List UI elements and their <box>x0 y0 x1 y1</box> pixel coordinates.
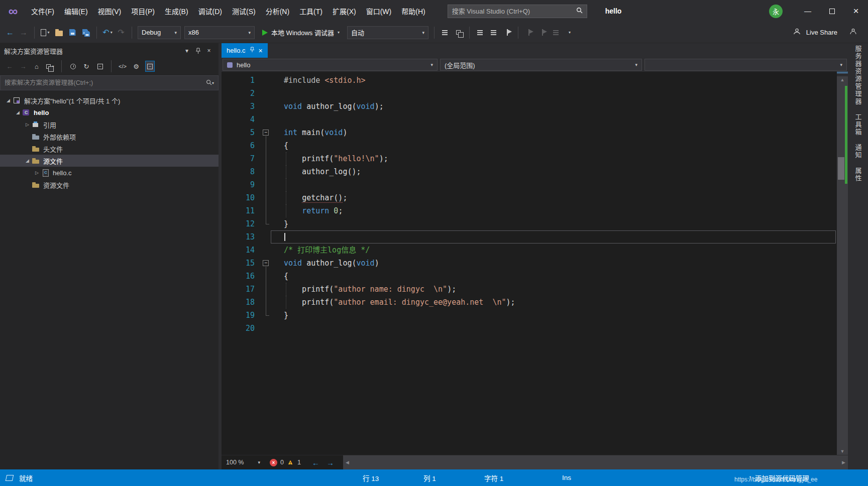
code-line-content[interactable]: } <box>271 309 836 322</box>
collapse-arrow-icon[interactable]: ◢ <box>4 98 13 103</box>
collapse-arrow-icon[interactable]: ◢ <box>14 110 22 115</box>
send-feedback-icon[interactable] <box>849 28 857 37</box>
menu-item[interactable]: 扩展(X) <box>328 4 361 19</box>
code-line-content[interactable]: return 0; <box>271 204 836 217</box>
status-character-number[interactable]: 字符 1 <box>484 469 503 486</box>
side-tab[interactable]: 服务器资源管理器 <box>853 45 863 105</box>
tree-item-folder[interactable]: 资源文件 <box>0 179 219 191</box>
solution-configuration-combo[interactable]: Debug▾ <box>138 26 181 39</box>
side-tab[interactable]: 通知 <box>853 144 863 159</box>
menu-item[interactable]: 窗口(W) <box>361 4 397 19</box>
se-properties-icon[interactable]: ⚙ <box>132 61 141 72</box>
code-line-content[interactable]: getchar(); <box>271 191 836 204</box>
pin-icon[interactable] <box>192 48 203 54</box>
se-pending-changes-filter-icon[interactable] <box>68 61 77 72</box>
navigate-forward-icon[interactable]: → <box>19 26 29 39</box>
code-line-content[interactable]: #include <stdio.h> <box>271 74 836 87</box>
vertical-scrollbar-thumb[interactable] <box>838 157 844 180</box>
clear-bookmarks-icon[interactable] <box>551 26 561 39</box>
tree-item-references[interactable]: ▷引用 <box>0 118 219 131</box>
close-tab-icon[interactable]: × <box>259 47 263 55</box>
quick-search-box[interactable] <box>448 5 587 18</box>
se-switch-views-icon[interactable]: ▾ <box>46 61 55 72</box>
menu-item[interactable]: 帮助(H) <box>396 4 430 19</box>
se-preview-selected-toggle-icon[interactable]: − <box>145 61 155 72</box>
scroll-down-arrow-icon[interactable]: ▼ <box>837 449 848 454</box>
side-tab[interactable]: 工具箱 <box>853 113 863 136</box>
next-bookmark-icon[interactable] <box>537 26 548 39</box>
new-file-icon[interactable]: ▾ <box>40 26 50 39</box>
collapse-region-icon[interactable]: − <box>263 260 269 266</box>
save-icon[interactable] <box>67 26 77 39</box>
scroll-right-arrow-icon[interactable]: ▶ <box>839 455 848 469</box>
editor-navigate-icon[interactable] <box>440 26 450 39</box>
pin-icon[interactable] <box>250 47 255 54</box>
expand-arrow-icon[interactable]: ▷ <box>23 122 32 127</box>
menu-item[interactable]: 分析(N) <box>261 4 294 19</box>
code-line-content[interactable] <box>271 322 836 335</box>
code-line-content[interactable]: printf("hello!\n"); <box>271 152 836 165</box>
se-back-icon[interactable]: ← <box>5 61 14 72</box>
toggle-bookmark-icon[interactable] <box>502 26 512 39</box>
tree-item-external-dependencies[interactable]: 外部依赖项 <box>0 131 219 143</box>
undo-icon[interactable]: ↶▾ <box>102 26 113 39</box>
close-button[interactable]: × <box>844 0 868 22</box>
editor-horizontal-scrollbar[interactable]: ◀ ▶ <box>343 455 848 469</box>
document-tab-hello-c[interactable]: hello.c × <box>222 43 268 58</box>
previous-bookmark-icon[interactable] <box>524 26 534 39</box>
se-home-icon[interactable]: ⌂ <box>32 61 41 72</box>
zoom-level-combo[interactable]: 100 % ▾ <box>222 459 265 466</box>
collapse-region-icon[interactable]: − <box>263 130 269 136</box>
code-line-content[interactable] <box>271 230 836 244</box>
quick-search-input[interactable] <box>452 8 576 15</box>
code-line-content[interactable]: { <box>271 139 836 152</box>
tree-item-c-file[interactable]: ▷hello.c <box>0 167 219 179</box>
live-share-icon[interactable] <box>793 28 801 37</box>
se-code-view-icon[interactable]: </> <box>118 61 127 72</box>
document-health-indicator[interactable]: × 0 ▲! 1 <box>265 459 306 466</box>
collapse-arrow-icon[interactable]: ◢ <box>23 158 32 163</box>
code-line-content[interactable] <box>271 113 836 126</box>
menu-item[interactable]: 工具(T) <box>294 4 328 19</box>
menu-item[interactable]: 测试(S) <box>227 4 261 19</box>
code-line-content[interactable]: printf("author name: dingyc \n"); <box>271 283 836 296</box>
code-line-content[interactable] <box>271 87 836 100</box>
toolbar-overflow-button[interactable]: ▾ <box>565 26 575 39</box>
decrease-indent-icon[interactable] <box>475 26 485 39</box>
scrollbar-split-handle[interactable] <box>837 72 848 76</box>
open-file-icon[interactable] <box>54 26 64 39</box>
start-debugging-button[interactable]: 本地 Windows 调试器 ▾ <box>258 26 344 39</box>
increase-indent-icon[interactable] <box>489 26 499 39</box>
se-refresh-icon[interactable]: ↻ <box>82 61 91 72</box>
project-dropdown[interactable]: hello ▾ <box>223 59 438 71</box>
solution-platform-combo[interactable]: x86▾ <box>184 26 255 39</box>
minimize-button[interactable]: — <box>796 0 820 22</box>
menu-item[interactable]: 视图(V) <box>93 4 127 19</box>
code-line-content[interactable]: } <box>271 217 836 230</box>
save-all-icon[interactable] <box>81 26 91 39</box>
scroll-left-arrow-icon[interactable]: ◀ <box>343 455 352 469</box>
code-line-content[interactable]: void author_log(void); <box>271 100 836 113</box>
expand-arrow-icon[interactable]: ▷ <box>33 170 41 175</box>
menu-item[interactable]: 调试(D) <box>193 4 227 19</box>
code-line-content[interactable] <box>271 178 836 191</box>
menu-item[interactable]: 项目(P) <box>126 4 160 19</box>
code-pane[interactable]: 1#include <stdio.h>23void author_log(voi… <box>222 72 837 455</box>
side-tab[interactable]: 属性 <box>853 167 863 182</box>
code-line-content[interactable]: author_log(); <box>271 165 836 178</box>
watch-mode-combo[interactable]: 自动▾ <box>347 26 428 39</box>
background-tasks-icon[interactable] <box>6 475 14 481</box>
navigate-back-icon[interactable]: ← <box>5 26 15 39</box>
list-members-icon[interactable] <box>454 26 464 39</box>
se-forward-icon[interactable]: → <box>19 61 28 72</box>
code-line-content[interactable]: int main(void) <box>271 126 836 139</box>
tree-item-solution[interactable]: ◢解决方案"hello"(1 个项目/共 1 个) <box>0 94 219 106</box>
account-avatar[interactable]: 永 <box>769 5 783 18</box>
code-line-content[interactable]: /* 打印博主log信息 */ <box>271 244 836 257</box>
tree-item-folder[interactable]: 头文件 <box>0 143 219 155</box>
status-column-number[interactable]: 列 1 <box>423 469 436 486</box>
tree-item-folder[interactable]: ◢源文件 <box>0 155 219 167</box>
menu-item[interactable]: 编辑(E) <box>59 4 93 19</box>
close-panel-icon[interactable]: × <box>203 47 214 54</box>
code-line-content[interactable]: { <box>271 270 836 283</box>
